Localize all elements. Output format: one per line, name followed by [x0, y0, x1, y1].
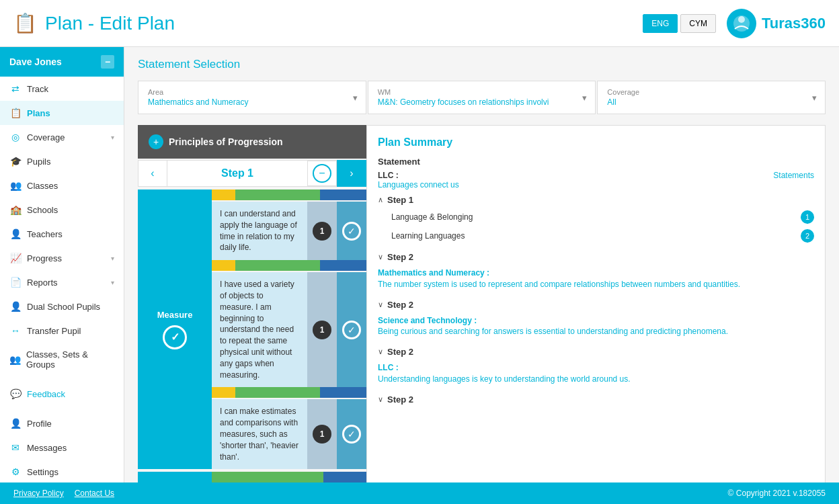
- lang-cym-button[interactable]: CYM: [680, 14, 716, 33]
- summary-statement-label: Statement: [378, 157, 814, 167]
- progress-arrow: ▾: [111, 255, 114, 262]
- plan-area: + Principles of Progression ‹ Step 1 − ›: [138, 125, 826, 482]
- summary-step2-extra: ∨ Step 2: [378, 394, 814, 405]
- check-icon-3: ✓: [342, 425, 361, 444]
- summary-step1[interactable]: ∧ Step 1: [378, 195, 814, 205]
- category-shape-content: I have explored, compared, and used the …: [212, 472, 366, 482]
- sidebar-item-reports[interactable]: 📄 Reports ▾: [0, 270, 124, 294]
- sidebar-item-track[interactable]: ⇄ Track: [0, 77, 124, 101]
- num-circle-3: 1: [313, 425, 331, 444]
- measure-check[interactable]: ✓: [163, 325, 187, 349]
- schools-icon: 🏫: [9, 204, 22, 215]
- science-subject: Science and Technology :: [378, 316, 477, 325]
- statement-check-2[interactable]: ✓: [337, 272, 366, 387]
- sidebar: Dave Jones − ⇄ Track 📋 Plans ◎ Coverage …: [0, 47, 124, 482]
- sidebar-label-teachers: Teachers: [27, 229, 63, 239]
- sidebar-item-plans[interactable]: 📋 Plans: [0, 101, 124, 125]
- principles-header: + Principles of Progression: [138, 125, 366, 159]
- sidebar-item-classes[interactable]: 👥 Classes: [0, 173, 124, 198]
- sidebar-item-progress[interactable]: 📈 Progress ▾: [0, 246, 124, 270]
- step1-arrow: ∧: [378, 196, 383, 204]
- teachers-icon: 👤: [9, 228, 22, 239]
- statement-check-3[interactable]: ✓: [337, 399, 366, 469]
- statement-num-1: 1: [307, 202, 337, 260]
- feedback-icon: 💬: [9, 388, 22, 399]
- sidebar-item-profile[interactable]: 👤 Profile: [0, 411, 124, 435]
- contact-us-link[interactable]: Contact Us: [75, 489, 114, 498]
- reports-icon: 📄: [9, 277, 22, 288]
- sidebar-item-teachers[interactable]: 👤 Teachers: [0, 222, 124, 246]
- filters: Area Mathematics and Numeracy ▾ WM M&N: …: [138, 81, 826, 114]
- summary-step2-science: ∨ Step 2 Science and Technology : Being …: [378, 300, 814, 341]
- pb-blue: [320, 190, 366, 200]
- llc-value: Languages connect us: [378, 180, 459, 190]
- shape-pb-blue: [323, 472, 366, 482]
- classes-sets-icon: 👥: [9, 354, 21, 365]
- summary-step2-llc: ∨ Step 2 LLC : Understanding languages i…: [378, 347, 814, 388]
- check-icon-2: ✓: [342, 321, 361, 339]
- statement-row-2: I have used a variety of objects to meas…: [212, 272, 366, 387]
- num-circle-1: 1: [313, 222, 331, 241]
- sidebar-item-classes-sets[interactable]: 👥 Classes, Sets & Groups: [0, 343, 124, 376]
- sidebar-label-feedback: Feedback: [27, 389, 65, 399]
- filter-wm[interactable]: WM M&N: Geometry focuses on relationship…: [368, 81, 596, 114]
- main-content: Statement Selection Area Mathematics and…: [124, 47, 839, 482]
- sidebar-item-pupils[interactable]: 🎓 Pupils: [0, 149, 124, 173]
- track-icon: ⇄: [9, 83, 22, 94]
- collapse-button[interactable]: −: [101, 55, 114, 69]
- summary-step2-extra-header[interactable]: ∨ Step 2: [378, 394, 814, 405]
- sidebar-item-feedback[interactable]: 💬 Feedback: [0, 382, 124, 406]
- measure-progress-bar-3: [212, 387, 366, 398]
- statement-check-1[interactable]: ✓: [337, 202, 366, 260]
- step-circle[interactable]: −: [307, 161, 337, 186]
- sidebar-user: Dave Jones −: [0, 47, 124, 77]
- step2-maths-label: Step 2: [387, 252, 413, 262]
- summary-sub-learning-langs: Learning Languages 2: [378, 226, 814, 245]
- step-prev-button[interactable]: ‹: [138, 160, 167, 187]
- lang-belonging-badge: 1: [801, 210, 814, 224]
- sidebar-item-transfer[interactable]: ↔ Transfer Pupil: [0, 319, 124, 343]
- sidebar-label-messages: Messages: [27, 443, 67, 453]
- sidebar-label-track: Track: [27, 84, 48, 94]
- summary-step2-maths-header[interactable]: ∨ Step 2: [378, 252, 814, 262]
- page-title: Plan - Edit Plan: [45, 13, 643, 34]
- filter-area-label: Area: [148, 88, 356, 96]
- logo-text: Turas360: [762, 15, 826, 32]
- sidebar-label-schools: Schools: [27, 205, 58, 215]
- filter-wm-label: WM: [378, 88, 586, 96]
- sidebar-label-pupils: Pupils: [27, 157, 50, 167]
- add-principles-button[interactable]: +: [149, 134, 163, 149]
- filter-area[interactable]: Area Mathematics and Numeracy ▾: [138, 81, 366, 114]
- sidebar-item-settings[interactable]: ⚙ Settings: [0, 460, 124, 482]
- step2-maths-arrow: ∨: [378, 253, 383, 261]
- summary-step2-llc-header[interactable]: ∨ Step 2: [378, 347, 814, 357]
- sidebar-item-messages[interactable]: ✉ Messages: [0, 435, 124, 460]
- privacy-policy-link[interactable]: Privacy Policy: [13, 489, 64, 498]
- filter-coverage-arrow: ▾: [812, 93, 817, 103]
- step-next-button[interactable]: ›: [337, 160, 366, 187]
- sidebar-label-dual-school: Dual School Pupils: [27, 302, 100, 312]
- statement-text-1: I can understand and apply the language …: [212, 202, 307, 260]
- sidebar-item-dual-school[interactable]: 👤 Dual School Pupils: [0, 294, 124, 319]
- profile-icon: 👤: [9, 418, 22, 429]
- pb-blue-3: [320, 387, 366, 398]
- statement-text-3: I can make estimates and comparisons wit…: [212, 399, 307, 469]
- sidebar-item-schools[interactable]: 🏫 Schools: [0, 198, 124, 222]
- shape-pb-green: [212, 472, 323, 482]
- lang-eng-button[interactable]: ENG: [643, 14, 678, 33]
- transfer-icon: ↔: [9, 325, 22, 336]
- pb-blue-2: [320, 260, 366, 271]
- summary-sub-lang-belonging: Language & Belonging 1: [378, 208, 814, 226]
- filter-coverage-label: Coverage: [607, 88, 815, 96]
- statement-num-3: 1: [307, 399, 337, 469]
- plan-left: + Principles of Progression ‹ Step 1 − ›: [138, 125, 366, 482]
- statements-link[interactable]: Statements: [773, 171, 814, 180]
- sidebar-item-coverage[interactable]: ◎ Coverage ▾: [0, 125, 124, 149]
- logo: Turas360: [727, 9, 826, 38]
- pb-yellow-3: [212, 387, 235, 398]
- step-minus-icon: −: [313, 164, 331, 183]
- summary-step2-science-header[interactable]: ∨ Step 2: [378, 300, 814, 310]
- filter-coverage[interactable]: Coverage All ▾: [597, 81, 826, 114]
- maths-desc-text: The number system is used to represent a…: [378, 280, 740, 289]
- statement-row: I can understand and apply the language …: [212, 202, 366, 260]
